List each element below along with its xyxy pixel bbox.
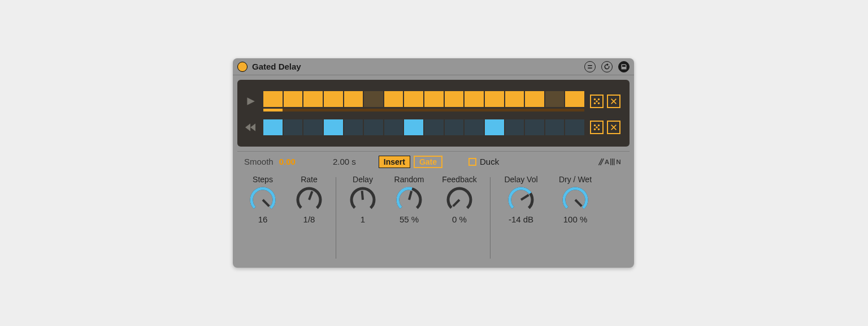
step[interactable] (324, 119, 343, 135)
device-titlebar: Gated Delay (233, 58, 634, 75)
knob-value: -14 dB (509, 215, 533, 224)
step[interactable] (424, 91, 444, 107)
knob-dry-wet[interactable]: Dry / Wet100 % (548, 175, 602, 261)
step[interactable] (384, 119, 403, 135)
knob-dial[interactable] (446, 186, 473, 213)
knob-value: 1 (361, 215, 365, 224)
knob-dial[interactable] (562, 186, 589, 213)
reverse-icon[interactable] (243, 122, 258, 132)
time-value[interactable]: 2.00 s (333, 157, 356, 166)
svg-point-0 (594, 98, 596, 101)
step[interactable] (364, 91, 383, 107)
step[interactable] (545, 91, 565, 107)
svg-rect-11 (610, 158, 611, 165)
forward-lane-row (243, 91, 620, 111)
svg-point-9 (598, 128, 600, 131)
step[interactable] (465, 91, 484, 107)
knob-delay-vol[interactable]: Delay Vol-14 dB (494, 175, 548, 261)
gate-mode-button[interactable]: Gate (414, 156, 442, 168)
knob-dial[interactable] (249, 186, 276, 213)
knob-label: Delay Vol (504, 175, 537, 184)
step[interactable] (565, 119, 584, 135)
step[interactable] (384, 91, 403, 107)
forward-icon[interactable] (243, 96, 258, 106)
step[interactable] (485, 119, 504, 135)
device-rand-button[interactable] (601, 61, 613, 72)
sequence-progress (263, 109, 584, 111)
step[interactable] (525, 119, 544, 135)
step[interactable] (263, 91, 283, 107)
step[interactable] (344, 119, 363, 135)
step[interactable] (303, 91, 323, 107)
step[interactable] (284, 91, 303, 107)
knob-rate[interactable]: Rate1/8 (286, 175, 332, 261)
knob-delay[interactable]: Delay1 (340, 175, 386, 261)
step[interactable] (364, 119, 383, 135)
reverse-lane-row (243, 119, 620, 135)
forward-clear-button[interactable] (607, 95, 620, 108)
knob-feedback[interactable]: Feedback0 % (432, 175, 487, 261)
knob-label: Feedback (442, 175, 476, 184)
knob-label: Dry / Wet (559, 175, 592, 184)
duck-checkbox-icon (468, 158, 476, 166)
knob-dial[interactable] (507, 186, 535, 213)
step[interactable] (404, 91, 423, 107)
svg-rect-13 (614, 158, 615, 165)
svg-line-17 (263, 200, 269, 206)
knob-value: 16 (258, 215, 268, 224)
step[interactable] (545, 119, 565, 135)
knob-random[interactable]: Random55 % (386, 175, 432, 261)
step[interactable] (324, 91, 343, 107)
knob-value: 55 % (400, 215, 419, 224)
duck-toggle[interactable]: Duck (468, 157, 499, 166)
forward-lane[interactable] (263, 91, 584, 107)
group-divider (336, 177, 336, 259)
svg-point-2 (596, 100, 598, 102)
step[interactable] (505, 119, 524, 135)
knob-steps[interactable]: Steps16 (240, 175, 286, 261)
knob-label: Random (394, 175, 424, 184)
step[interactable] (445, 91, 464, 107)
close-icon (610, 123, 618, 131)
svg-line-20 (309, 191, 312, 200)
step[interactable] (344, 91, 363, 107)
smooth-value[interactable]: 0.00 (279, 157, 296, 166)
step[interactable] (263, 119, 283, 135)
svg-rect-12 (612, 158, 613, 165)
knob-value: 100 % (563, 215, 588, 224)
step[interactable] (284, 119, 303, 135)
dice-icon (593, 97, 601, 105)
step[interactable] (303, 119, 323, 135)
step[interactable] (424, 119, 444, 135)
step[interactable] (505, 91, 524, 107)
svg-line-32 (521, 195, 529, 200)
svg-line-35 (575, 200, 581, 206)
step[interactable] (445, 119, 464, 135)
device-collapse-button[interactable] (584, 61, 596, 72)
device-power-button[interactable] (237, 62, 248, 72)
step[interactable] (565, 91, 584, 107)
group-divider (490, 177, 491, 259)
step[interactable] (525, 91, 544, 107)
reverse-randomize-button[interactable] (590, 121, 604, 134)
device-save-button[interactable] (618, 61, 630, 72)
step[interactable] (485, 91, 504, 107)
knob-dial[interactable] (396, 186, 423, 213)
knob-value: 1/8 (303, 215, 315, 224)
reverse-clear-button[interactable] (607, 121, 620, 134)
reverse-lane[interactable] (263, 119, 584, 135)
smooth-label: Smooth (244, 157, 274, 166)
knob-dial[interactable] (349, 186, 376, 213)
step[interactable] (465, 119, 484, 135)
svg-point-5 (594, 125, 596, 127)
step[interactable] (404, 119, 423, 135)
svg-point-3 (594, 102, 596, 105)
insert-mode-button[interactable]: Insert (379, 156, 410, 168)
knob-label: Steps (253, 175, 273, 184)
forward-randomize-button[interactable] (590, 95, 604, 108)
gated-delay-device: Gated Delay (233, 58, 634, 268)
ableton-stripes-icon: A N (598, 157, 623, 167)
duck-label: Duck (480, 157, 499, 166)
svg-point-1 (598, 98, 600, 101)
knob-dial[interactable] (296, 186, 323, 213)
